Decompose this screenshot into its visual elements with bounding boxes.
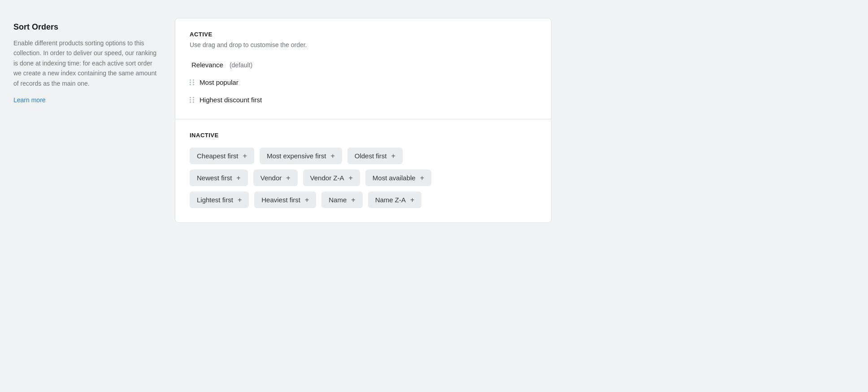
plus-icon: +	[348, 174, 352, 182]
name-z-a-button[interactable]: Name Z-A +	[368, 192, 422, 208]
inactive-row-2: Newest first + Vendor + Vendor Z-A + Mos…	[190, 170, 537, 186]
drag-handle-icon	[190, 79, 195, 85]
name-label: Name	[329, 196, 347, 204]
name-z-a-label: Name Z-A	[375, 196, 406, 204]
page-title: Sort Orders	[13, 22, 157, 32]
newest-first-label: Newest first	[197, 174, 232, 182]
vendor-label: Vendor	[260, 174, 282, 182]
heaviest-first-label: Heaviest first	[261, 196, 300, 204]
newest-first-button[interactable]: Newest first +	[190, 170, 248, 186]
cheapest-first-label: Cheapest first	[197, 152, 239, 160]
plus-icon: +	[410, 196, 414, 204]
relevance-label: Relevance	[191, 61, 223, 69]
cheapest-first-button[interactable]: Cheapest first +	[190, 148, 254, 164]
active-item-relevance: Relevance (default)	[190, 58, 537, 71]
plus-icon: +	[286, 174, 290, 182]
plus-icon: +	[236, 174, 240, 182]
plus-icon: +	[243, 152, 247, 160]
lightest-first-label: Lightest first	[197, 196, 233, 204]
vendor-button[interactable]: Vendor +	[253, 170, 298, 186]
learn-more-link[interactable]: Learn more	[13, 96, 46, 104]
active-items-list: Relevance (default) Most popular	[190, 58, 537, 106]
inactive-grid: Cheapest first + Most expensive first + …	[190, 148, 537, 208]
name-button[interactable]: Name +	[321, 192, 362, 208]
oldest-first-button[interactable]: Oldest first +	[347, 148, 403, 164]
plus-icon: +	[420, 174, 424, 182]
most-popular-label: Most popular	[200, 78, 239, 86]
most-expensive-first-label: Most expensive first	[267, 152, 326, 160]
page-layout: Sort Orders Enable different products so…	[13, 18, 551, 223]
inactive-row-1: Cheapest first + Most expensive first + …	[190, 148, 537, 164]
plus-icon: +	[391, 152, 395, 160]
drag-handle-icon-2	[190, 97, 195, 103]
plus-icon: +	[238, 196, 242, 204]
inactive-section: INACTIVE Cheapest first + Most expensive…	[175, 119, 551, 222]
inactive-row-3: Lightest first + Heaviest first + Name +…	[190, 192, 537, 208]
most-available-button[interactable]: Most available +	[365, 170, 431, 186]
active-section-subtitle: Use drag and drop to customise the order…	[190, 41, 537, 48]
plus-icon: +	[305, 196, 309, 204]
sidebar-description: Enable different products sorting option…	[13, 38, 157, 88]
inactive-section-label: INACTIVE	[190, 132, 537, 139]
active-section: ACTIVE Use drag and drop to customise th…	[175, 18, 551, 119]
most-available-label: Most available	[373, 174, 416, 182]
relevance-default-tag: (default)	[230, 61, 252, 69]
sidebar: Sort Orders Enable different products so…	[13, 18, 157, 223]
plus-icon: +	[330, 152, 334, 160]
highest-discount-label: Highest discount first	[200, 96, 262, 104]
active-section-label: ACTIVE	[190, 31, 537, 38]
vendor-z-a-button[interactable]: Vendor Z-A +	[303, 170, 360, 186]
plus-icon: +	[351, 196, 355, 204]
vendor-z-a-label: Vendor Z-A	[310, 174, 344, 182]
oldest-first-label: Oldest first	[355, 152, 387, 160]
active-item-most-popular[interactable]: Most popular	[190, 76, 537, 89]
main-content: ACTIVE Use drag and drop to customise th…	[175, 18, 551, 223]
active-item-highest-discount[interactable]: Highest discount first	[190, 93, 537, 106]
heaviest-first-button[interactable]: Heaviest first +	[254, 192, 316, 208]
most-expensive-first-button[interactable]: Most expensive first +	[260, 148, 342, 164]
lightest-first-button[interactable]: Lightest first +	[190, 192, 249, 208]
